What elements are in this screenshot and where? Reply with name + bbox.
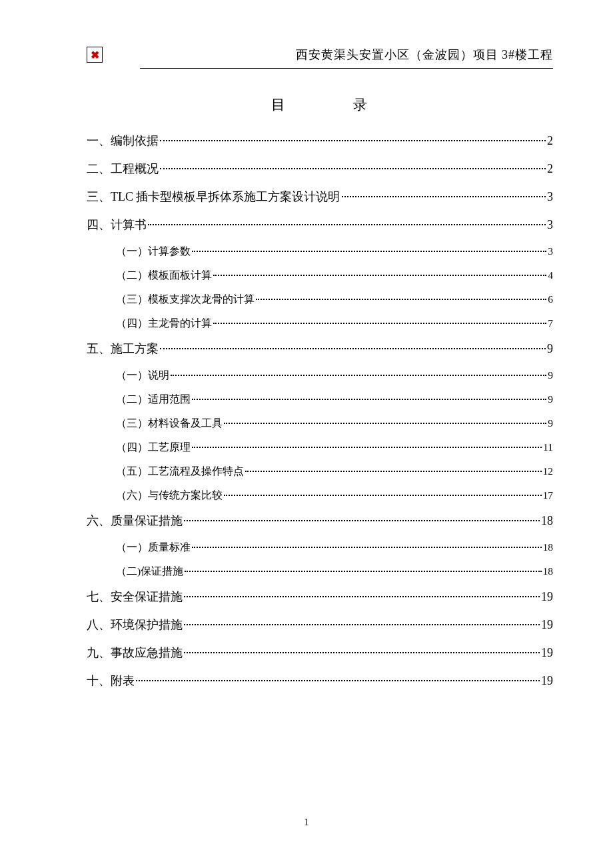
toc-entry-page: 9 [547, 342, 553, 356]
toc-entry-text: （二）模板面板计算 [116, 269, 212, 283]
toc-entry-text: 四、计算书 [87, 217, 147, 233]
toc-entry: （三）模板支撑次龙骨的计算6 [116, 293, 553, 307]
toc-leader-dots [160, 140, 546, 141]
toc-leader-dots [192, 399, 546, 400]
toc-entry: 七、安全保证措施19 [87, 589, 553, 605]
toc-entry: 六、质量保证措施18 [87, 513, 553, 529]
toc-entry-text: （六）与传统方案比较 [116, 489, 223, 503]
page-number: 1 [0, 817, 613, 828]
toc-entry-text: 五、施工方案 [87, 341, 159, 357]
toc-entry: （二）模板面板计算4 [116, 269, 553, 283]
toc-entry-text: （一）说明 [116, 369, 169, 383]
toc-leader-dots [245, 471, 542, 472]
toc-entry-page: 9 [548, 417, 553, 429]
toc-entry-page: 2 [547, 134, 553, 148]
toc-entry: 四、计算书3 [87, 217, 553, 233]
toc-entry-text: （五）工艺流程及操作特点 [116, 465, 244, 479]
toc-entry-page: 6 [548, 293, 553, 305]
toc-leader-dots [184, 596, 540, 597]
toc-entry-text: （二）适用范围 [116, 393, 191, 407]
toc-entry-text: （三）模板支撑次龙骨的计算 [116, 293, 255, 307]
toc-entry-page: 19 [541, 618, 553, 632]
toc-leader-dots [184, 652, 540, 653]
toc-leader-dots [136, 680, 540, 681]
toc-leader-dots [224, 495, 542, 496]
toc-entry-text: 九、事故应急措施 [87, 645, 183, 661]
toc-entry-text: （一）质量标准 [116, 541, 191, 555]
toc-entry-page: 9 [548, 393, 553, 405]
toc-entry: 一、编制依据2 [87, 133, 553, 149]
document-header: ✖ 西安黄渠头安置小区（金波园）项目 3#楼工程 [87, 47, 553, 63]
toc-leader-dots [184, 624, 540, 625]
toc-entry-page: 18 [541, 514, 553, 528]
table-of-contents: 一、编制依据2二、工程概况2三、TLC 插卡型模板早拆体系施工方案设计说明3四、… [87, 133, 553, 689]
toc-leader-dots [224, 423, 546, 424]
toc-entry-text: （三）材料设备及工具 [116, 417, 223, 431]
logo-box: ✖ [87, 47, 103, 63]
toc-entry: 三、TLC 插卡型模板早拆体系施工方案设计说明3 [87, 189, 553, 205]
toc-entry-page: 17 [543, 489, 554, 501]
toc-leader-dots [192, 447, 542, 448]
toc-entry: 九、事故应急措施19 [87, 645, 553, 661]
toc-entry-page: 19 [541, 646, 553, 660]
toc-entry-page: 12 [543, 465, 554, 477]
toc-leader-dots [160, 168, 546, 169]
toc-entry: 五、施工方案9 [87, 341, 553, 357]
toc-entry-text: （一）计算参数 [116, 245, 191, 259]
toc-leader-dots [171, 375, 546, 376]
toc-entry: （二)保证措施18 [116, 565, 553, 579]
toc-entry: （二）适用范围9 [116, 393, 553, 407]
toc-heading-left: 目 [271, 97, 287, 113]
toc-leader-dots [192, 251, 546, 252]
toc-heading-right: 录 [353, 97, 368, 113]
toc-entry-text: 二、工程概况 [87, 161, 159, 177]
toc-entry: 八、环境保护措施19 [87, 617, 553, 633]
toc-entry-text: 三、TLC 插卡型模板早拆体系施工方案设计说明 [87, 189, 340, 205]
header-divider [140, 68, 553, 69]
toc-leader-dots [148, 224, 546, 225]
toc-leader-dots [256, 299, 546, 300]
broken-image-icon: ✖ [91, 49, 99, 61]
toc-entry-text: （四）工艺原理 [116, 441, 191, 455]
toc-entry: （三）材料设备及工具9 [116, 417, 553, 431]
toc-entry-page: 11 [543, 441, 553, 453]
toc-entry-page: 4 [548, 269, 553, 281]
toc-entry: （一）说明9 [116, 369, 553, 383]
toc-entry-page: 9 [548, 369, 553, 381]
toc-entry: （一）计算参数3 [116, 245, 553, 259]
toc-entry-text: （二)保证措施 [116, 565, 183, 579]
toc-entry-page: 3 [548, 245, 553, 257]
toc-leader-dots [342, 196, 546, 197]
toc-entry-page: 18 [543, 565, 554, 577]
toc-entry-text: 六、质量保证措施 [87, 513, 183, 529]
toc-entry-text: 一、编制依据 [87, 133, 159, 149]
toc-heading: 目录 [87, 95, 553, 114]
toc-entry-page: 18 [543, 541, 554, 553]
toc-leader-dots [213, 275, 546, 276]
toc-entry: （六）与传统方案比较17 [116, 489, 553, 503]
toc-entry-text: 十、附表 [87, 673, 135, 689]
toc-entry: （四）工艺原理11 [116, 441, 553, 455]
toc-entry-page: 3 [547, 190, 553, 204]
toc-entry-text: 七、安全保证措施 [87, 589, 183, 605]
toc-entry-page: 19 [541, 590, 553, 604]
toc-entry-page: 3 [547, 218, 553, 232]
toc-leader-dots [185, 571, 541, 572]
toc-entry-text: （四）主龙骨的计算 [116, 317, 212, 331]
toc-entry: （五）工艺流程及操作特点12 [116, 465, 553, 479]
toc-entry-page: 19 [541, 674, 553, 688]
toc-leader-dots [192, 547, 542, 548]
toc-entry: 十、附表19 [87, 673, 553, 689]
toc-leader-dots [184, 520, 540, 521]
header-title: 西安黄渠头安置小区（金波园）项目 3#楼工程 [296, 47, 554, 63]
toc-entry: （四）主龙骨的计算7 [116, 317, 553, 331]
toc-entry-page: 2 [547, 162, 553, 176]
toc-entry-text: 八、环境保护措施 [87, 617, 183, 633]
toc-leader-dots [160, 348, 546, 349]
toc-entry-page: 7 [548, 317, 553, 329]
toc-entry: （一）质量标准18 [116, 541, 553, 555]
toc-leader-dots [213, 323, 546, 324]
toc-entry: 二、工程概况2 [87, 161, 553, 177]
